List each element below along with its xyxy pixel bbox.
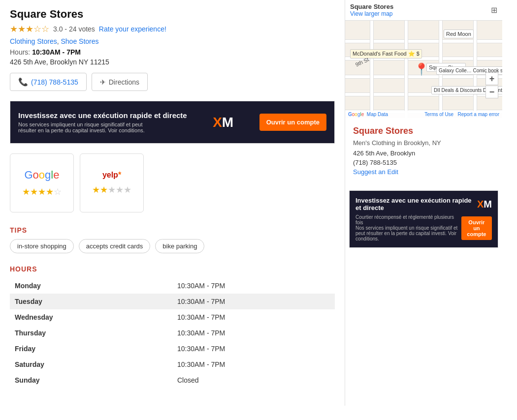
phone-icon: 📞 <box>18 77 28 87</box>
action-buttons: 📞 (718) 788-5135 ✈ Directions <box>10 73 335 91</box>
hours-time-sunday: Closed <box>172 372 335 388</box>
directions-icon: ✈ <box>100 78 106 86</box>
map-footer-right: Terms of Use Report a map error <box>424 112 499 117</box>
map-data-label: Google Map Data <box>348 112 388 117</box>
map-larger-link[interactable]: View larger map <box>350 10 393 17</box>
tip-credit-cards: accepts credit cards <box>79 239 151 253</box>
map-road-1 <box>345 39 502 43</box>
google-review-box[interactable]: Google ★★★★☆ <box>10 153 74 212</box>
right-ad-sub: Courtier récompensé et réglementé plusie… <box>355 214 461 241</box>
store-address: 426 5th Ave, Brooklyn NY 11215 <box>10 58 335 66</box>
map-zoom-in[interactable]: + <box>485 72 498 85</box>
yelp-review-box[interactable]: yelp* ★★★★★ <box>80 153 144 212</box>
hours-thursday: Thursday 10:30AM - 7PM <box>10 325 335 341</box>
hours-row: Hours: 10:30AM - 7PM <box>10 48 335 56</box>
right-info: Square Stores Men's Clothing in Brooklyn… <box>345 118 502 190</box>
hours-time-wednesday: 10:30AM - 7PM <box>172 309 335 325</box>
rating-value: 3.0 - 24 votes <box>53 25 95 33</box>
right-ad-text: Investissez avec une exécution rapide et… <box>355 197 477 211</box>
hours-time-monday: 10:30AM - 7PM <box>172 278 335 294</box>
right-ad-sub1: Courtier récompensé et réglementé plusie… <box>355 214 461 225</box>
google-stars: ★★★★☆ <box>22 186 62 197</box>
hours-label: Hours: <box>10 48 30 56</box>
tip-in-store: in-store shopping <box>10 239 74 253</box>
map-zoom-out[interactable]: − <box>485 86 498 98</box>
map-label-red-moon: Red Moon <box>444 30 474 38</box>
ad-banner: Investissez avec une exécution rapide et… <box>10 101 335 144</box>
category-clothing[interactable]: Clothing Stores <box>10 37 57 45</box>
suggest-edit-link[interactable]: Suggest an Edit <box>353 168 494 176</box>
ad-left: Investissez avec une exécution rapide et… <box>18 111 187 133</box>
tips-title: TIPS <box>10 226 335 234</box>
hours-section-title: HOURS <box>10 265 335 273</box>
hours-day-monday: Monday <box>10 278 172 294</box>
map-title-block: Square Stores View larger map <box>350 3 393 17</box>
rate-link[interactable]: Rate your experience! <box>99 25 166 33</box>
map-title: Square Stores <box>350 3 393 10</box>
map-label-mcdonalds: McDonald's Fast Food ⭐ $ <box>350 49 422 59</box>
categories: Clothing Stores, Shoe Stores <box>10 37 335 45</box>
right-address: 426 5th Ave, Brooklyn <box>353 150 494 157</box>
hours-day-tuesday: Tuesday <box>10 294 172 309</box>
hours-day-wednesday: Wednesday <box>10 309 172 325</box>
right-ad-sub2: Nos services impliquent un risque signif… <box>355 225 461 241</box>
right-phone: (718) 788-5135 <box>353 159 494 166</box>
directions-label: Directions <box>109 78 139 86</box>
hours-sunday: Sunday Closed <box>10 372 335 388</box>
hours-today: 10:30AM - 7PM <box>32 48 81 56</box>
hours-time-friday: 10:30AM - 7PM <box>172 341 335 357</box>
ad-subtitle: Nos services impliquent un risque signif… <box>18 121 156 133</box>
map-expand-icon[interactable]: ⊞ <box>491 5 497 15</box>
hours-day-friday: Friday <box>10 341 172 357</box>
hours-monday: Monday 10:30AM - 7PM <box>10 278 335 294</box>
hours-day-sunday: Sunday <box>10 372 172 388</box>
hours-day-saturday: Saturday <box>10 357 172 372</box>
right-ad-title: Investissez avec une exécution rapide et… <box>355 197 477 211</box>
right-ad: Investissez avec une exécution rapide et… <box>349 190 498 248</box>
hours-time-saturday: 10:30AM - 7PM <box>172 357 335 372</box>
directions-button[interactable]: ✈ Directions <box>92 73 148 91</box>
right-ad-row-bottom: Courtier récompensé et réglementé plusie… <box>355 214 492 241</box>
tips-section: TIPS in-store shopping accepts credit ca… <box>10 226 335 253</box>
reviews-row: Google ★★★★☆ yelp* ★★★★★ <box>10 153 335 212</box>
hours-friday: Friday 10:30AM - 7PM <box>10 341 335 357</box>
star-rating: ★★★☆☆ <box>10 24 49 34</box>
ad-cta-button[interactable]: Ouvrir un compte <box>259 114 326 131</box>
phone-number: (718) 788-5135 <box>31 78 78 86</box>
right-panel: Square Stores View larger map ⊞ 📍 Square… <box>345 0 502 406</box>
map-terms-link[interactable]: Terms of Use <box>424 112 453 117</box>
right-ad-row-top: Investissez avec une exécution rapide et… <box>355 197 492 211</box>
hours-day-thursday: Thursday <box>10 325 172 341</box>
map-data-link[interactable]: Map Data <box>367 112 388 117</box>
tip-tags: in-store shopping accepts credit cards b… <box>10 239 335 253</box>
right-category: Men's Clothing in Brooklyn, NY <box>353 139 494 147</box>
google-logo: Google <box>24 169 59 181</box>
map-header: Square Stores View larger map ⊞ <box>345 0 502 21</box>
map-controls: + − <box>485 72 498 98</box>
right-ad-cta-button[interactable]: Ouvrir un compte <box>461 216 492 240</box>
map-container: Square Stores View larger map ⊞ 📍 Square… <box>345 0 502 118</box>
rating-row: ★★★☆☆ 3.0 - 24 votes Rate your experienc… <box>10 24 335 34</box>
xm-logo: XM <box>213 115 233 130</box>
map-road-v1 <box>370 20 374 118</box>
hours-section: HOURS Monday 10:30AM - 7PM Tuesday 10:30… <box>10 265 335 388</box>
hours-time-thursday: 10:30AM - 7PM <box>172 325 335 341</box>
category-shoes[interactable]: Shoe Stores <box>61 37 99 45</box>
yelp-stars: ★★★★★ <box>92 184 131 195</box>
map-footer: Google Map Data Terms of Use Report a ma… <box>345 111 502 118</box>
map-road-v2 <box>404 20 408 118</box>
left-panel: Square Stores ★★★☆☆ 3.0 - 24 votes Rate … <box>0 0 345 406</box>
ad-title: Investissez avec une exécution rapide et… <box>18 111 187 120</box>
right-store-name: Square Stores <box>353 126 494 136</box>
hours-time-tuesday: 10:30AM - 7PM <box>172 294 335 309</box>
map-background: 📍 Square Stores McDonald's Fast Food ⭐ $… <box>345 20 502 118</box>
hours-table: Monday 10:30AM - 7PM Tuesday 10:30AM - 7… <box>10 278 335 388</box>
phone-button[interactable]: 📞 (718) 788-5135 <box>10 73 87 91</box>
hours-saturday: Saturday 10:30AM - 7PM <box>10 357 335 372</box>
hours-tuesday: Tuesday 10:30AM - 7PM <box>10 294 335 309</box>
hours-wednesday: Wednesday 10:30AM - 7PM <box>10 309 335 325</box>
store-title: Square Stores <box>10 8 335 21</box>
map-report-link[interactable]: Report a map error <box>458 112 499 117</box>
yelp-logo: yelp* <box>102 171 121 180</box>
tip-bike-parking: bike parking <box>155 239 204 253</box>
